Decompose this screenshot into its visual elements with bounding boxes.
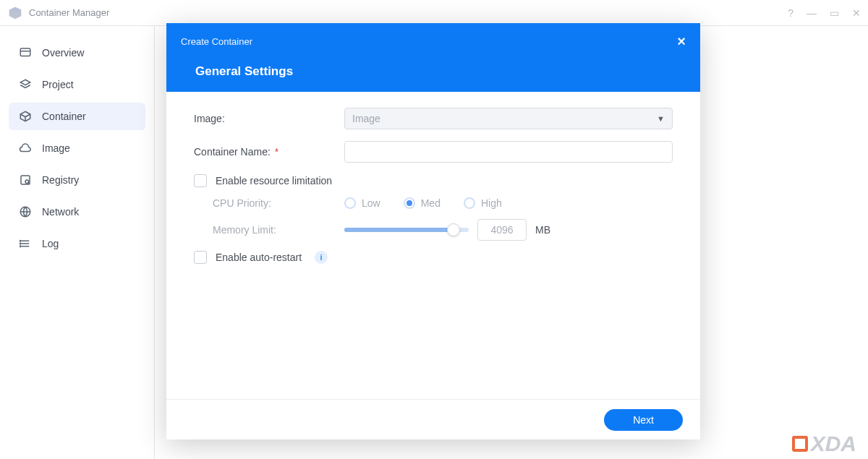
project-icon: [19, 78, 32, 91]
cpu-priority-high[interactable]: High: [464, 197, 502, 209]
svg-line-5: [20, 114, 25, 117]
sidebar-item-label: Network: [42, 206, 79, 218]
watermark-text: XDA: [811, 432, 856, 456]
radio-icon: [404, 197, 415, 209]
chevron-down-icon: ▼: [657, 114, 665, 123]
container-name-input[interactable]: [344, 141, 673, 163]
container-icon: [19, 110, 32, 123]
slider-fill: [344, 228, 459, 232]
sidebar-item-overview[interactable]: Overview: [9, 39, 145, 67]
row-image: Image: Image ▼: [194, 108, 673, 129]
image-icon: [19, 142, 32, 155]
sidebar-item-label: Registry: [42, 174, 79, 186]
enable-resource-limitation-checkbox[interactable]: [194, 174, 207, 187]
cpu-priority-med[interactable]: Med: [404, 197, 441, 209]
sidebar: Overview Project Container Image: [0, 26, 155, 459]
resource-limitation-subgroup: CPU Priority: Low Med High: [194, 197, 673, 241]
sidebar-item-image[interactable]: Image: [9, 134, 145, 162]
row-container-name: Container Name: *: [194, 141, 673, 163]
slider-thumb[interactable]: [447, 223, 460, 236]
sidebar-item-network[interactable]: Network: [9, 198, 145, 226]
required-asterisk: *: [275, 146, 278, 158]
overview-icon: [19, 46, 32, 59]
watermark: XDA: [792, 432, 856, 456]
maximize-icon[interactable]: ▭: [830, 7, 839, 19]
row-enable-resource-limitation: Enable resource limitation: [194, 174, 673, 187]
radio-icon: [464, 197, 475, 209]
create-container-modal: Create Container × General Settings Imag…: [166, 23, 700, 439]
sidebar-item-label: Project: [42, 79, 74, 90]
sidebar-item-label: Overview: [42, 47, 84, 59]
sidebar-item-label: Container: [42, 111, 86, 122]
app-title: Container Manager: [29, 7, 109, 18]
sidebar-item-log[interactable]: Log: [9, 230, 145, 257]
memory-limit-unit: MB: [535, 224, 550, 236]
modal-header: Create Container × General Settings: [166, 23, 700, 92]
modal-title: General Settings: [181, 64, 686, 79]
cpu-priority-low[interactable]: Low: [344, 197, 380, 209]
next-button[interactable]: Next: [604, 409, 683, 431]
network-icon: [19, 205, 32, 218]
app-logo-icon: [7, 5, 23, 21]
watermark-square-icon: [792, 436, 808, 452]
svg-point-15: [20, 241, 22, 242]
modal-close-icon[interactable]: ×: [677, 33, 686, 50]
label-memory-limit: Memory Limit:: [213, 224, 344, 236]
help-icon[interactable]: ?: [788, 7, 793, 19]
titlebar: Container Manager ? — ▭ ✕: [0, 0, 868, 26]
memory-limit-input[interactable]: [477, 219, 527, 241]
label-cpu-priority: CPU Priority:: [213, 197, 344, 209]
log-icon: [19, 237, 32, 250]
svg-point-17: [20, 246, 22, 247]
info-icon[interactable]: i: [315, 251, 328, 264]
image-select-placeholder: Image: [352, 113, 380, 124]
modal-breadcrumb: Create Container: [181, 36, 252, 47]
label-container-name: Container Name: *: [194, 146, 344, 158]
radio-label: Low: [362, 197, 380, 209]
enable-auto-restart-checkbox[interactable]: [194, 251, 207, 264]
enable-resource-limitation-label: Enable resource limitation: [216, 175, 332, 186]
sidebar-item-label: Image: [42, 142, 70, 154]
radio-label: Med: [421, 197, 441, 209]
sidebar-item-label: Log: [42, 238, 59, 249]
row-cpu-priority: CPU Priority: Low Med High: [213, 197, 673, 209]
memory-limit-slider[interactable]: [344, 228, 469, 232]
svg-line-6: [25, 114, 30, 117]
registry-icon: [19, 173, 32, 186]
app-window: Container Manager ? — ▭ ✕ Overview Proje…: [0, 0, 868, 459]
minimize-icon[interactable]: —: [807, 7, 817, 19]
modal-body: Image: Image ▼ Container Name: * Enable …: [166, 92, 700, 399]
svg-rect-2: [20, 48, 30, 56]
modal-footer: Next: [166, 399, 700, 439]
sidebar-item-container[interactable]: Container: [9, 103, 145, 130]
enable-auto-restart-label: Enable auto-restart: [216, 252, 302, 263]
sidebar-item-project[interactable]: Project: [9, 71, 145, 98]
sidebar-item-registry[interactable]: Registry: [9, 166, 145, 194]
row-enable-auto-restart: Enable auto-restart i: [194, 251, 673, 264]
window-controls: ? — ▭ ✕: [788, 7, 861, 19]
row-memory-limit: Memory Limit: MB: [213, 219, 673, 241]
memory-limit-controls: MB: [344, 219, 673, 241]
image-select[interactable]: Image ▼: [344, 108, 673, 129]
radio-label: High: [481, 197, 502, 209]
close-window-icon[interactable]: ✕: [852, 7, 861, 19]
label-container-name-text: Container Name:: [194, 146, 271, 158]
cpu-priority-radio-group: Low Med High: [344, 197, 502, 209]
radio-icon: [344, 197, 356, 209]
svg-point-16: [20, 243, 22, 244]
label-image: Image:: [194, 113, 344, 124]
